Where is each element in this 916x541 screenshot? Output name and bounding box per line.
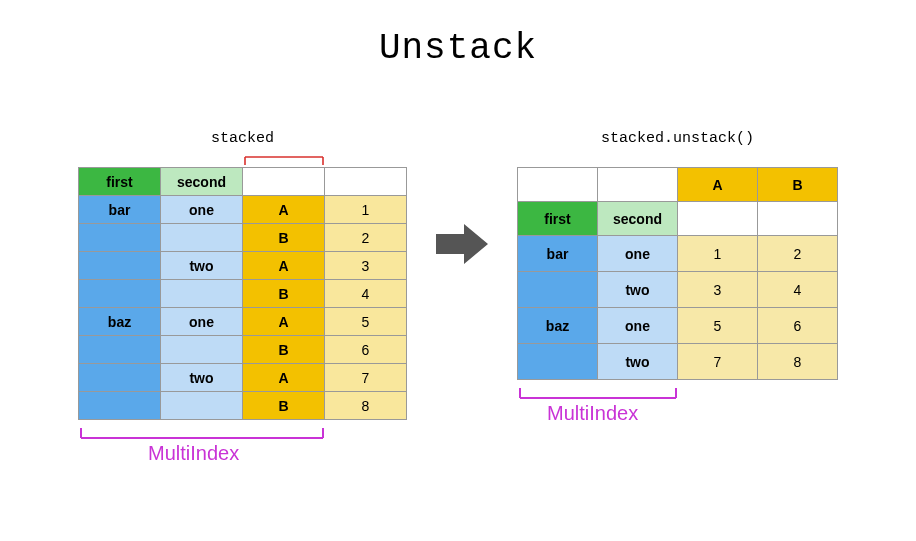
table-row: baz one A 5 (79, 308, 407, 336)
cell-value: 1 (678, 236, 758, 272)
cell-value: 5 (325, 308, 407, 336)
idx-first (79, 280, 161, 308)
inner-key: A (243, 196, 325, 224)
cell-value: 8 (325, 392, 407, 420)
idx-first: bar (79, 196, 161, 224)
cell-value: 7 (325, 364, 407, 392)
right-panel: stacked.unstack() A B first second bar o… (517, 130, 838, 425)
left-panel: stacked first second bar one A 1 (78, 130, 407, 465)
table-header-row: first second (79, 168, 407, 196)
idx-first: bar (518, 236, 598, 272)
col-header-row: A B (518, 168, 838, 202)
idx-first (79, 252, 161, 280)
table-row: two A 3 (79, 252, 407, 280)
col-B-header: B (758, 168, 838, 202)
table-row: two A 7 (79, 364, 407, 392)
unstacked-table: A B first second bar one 1 2 two 3 4 (517, 167, 838, 380)
col-first-header: first (79, 168, 161, 196)
idx-first (79, 336, 161, 364)
idx-second: one (161, 196, 243, 224)
table-row: B 4 (79, 280, 407, 308)
purple-bracket-icon (518, 386, 838, 400)
cell-value: 4 (325, 280, 407, 308)
cell-value: 3 (678, 272, 758, 308)
blank-header (243, 168, 325, 196)
stacked-table: first second bar one A 1 B 2 two A (78, 167, 407, 420)
col-A-header: A (678, 168, 758, 202)
purple-bracket-icon (79, 426, 407, 440)
cell-value: 6 (758, 308, 838, 344)
multiindex-label: MultiIndex (547, 402, 638, 425)
table-row: baz one 5 6 (518, 308, 838, 344)
cell-value: 7 (678, 344, 758, 380)
col-second-header: second (598, 202, 678, 236)
inner-key: A (243, 308, 325, 336)
cell-value: 3 (325, 252, 407, 280)
idx-second (161, 224, 243, 252)
blank-header (325, 168, 407, 196)
idx-second (161, 336, 243, 364)
idx-first (79, 224, 161, 252)
arrow-icon (417, 220, 507, 268)
idx-first (79, 364, 161, 392)
idx-first: baz (79, 308, 161, 336)
right-caption: stacked.unstack() (601, 130, 754, 147)
cell-value: 2 (325, 224, 407, 252)
inner-key: B (243, 280, 325, 308)
blank-header (518, 168, 598, 202)
multiindex-label: MultiIndex (148, 442, 239, 465)
idx-first (518, 272, 598, 308)
diagram-stage: stacked first second bar one A 1 (0, 130, 916, 465)
col-second-header: second (161, 168, 243, 196)
inner-key: A (243, 252, 325, 280)
cell-value: 4 (758, 272, 838, 308)
inner-key: B (243, 224, 325, 252)
cell-value: 1 (325, 196, 407, 224)
inner-key: B (243, 392, 325, 420)
blank-header (758, 202, 838, 236)
idx-first: baz (518, 308, 598, 344)
cell-value: 2 (758, 236, 838, 272)
table-row: two 7 8 (518, 344, 838, 380)
table-row: B 8 (79, 392, 407, 420)
blank-header (678, 202, 758, 236)
idx-second: one (598, 308, 678, 344)
cell-value: 8 (758, 344, 838, 380)
inner-key: A (243, 364, 325, 392)
table-row: B 6 (79, 336, 407, 364)
idx-second: two (161, 252, 243, 280)
idx-second: two (598, 272, 678, 308)
cell-value: 6 (325, 336, 407, 364)
cell-value: 5 (678, 308, 758, 344)
idx-second: two (161, 364, 243, 392)
idx-second (161, 392, 243, 420)
idx-second: one (161, 308, 243, 336)
left-caption: stacked (211, 130, 274, 147)
table-row: bar one A 1 (79, 196, 407, 224)
inner-key: B (243, 336, 325, 364)
idx-second: one (598, 236, 678, 272)
svg-marker-6 (436, 224, 488, 264)
idx-second: two (598, 344, 678, 380)
table-row: bar one 1 2 (518, 236, 838, 272)
red-bracket-icon (79, 155, 407, 167)
table-row: B 2 (79, 224, 407, 252)
blank-header (598, 168, 678, 202)
idx-first (518, 344, 598, 380)
idx-second (161, 280, 243, 308)
idx-first (79, 392, 161, 420)
index-header-row: first second (518, 202, 838, 236)
col-first-header: first (518, 202, 598, 236)
page-title: Unstack (0, 28, 916, 69)
table-row: two 3 4 (518, 272, 838, 308)
